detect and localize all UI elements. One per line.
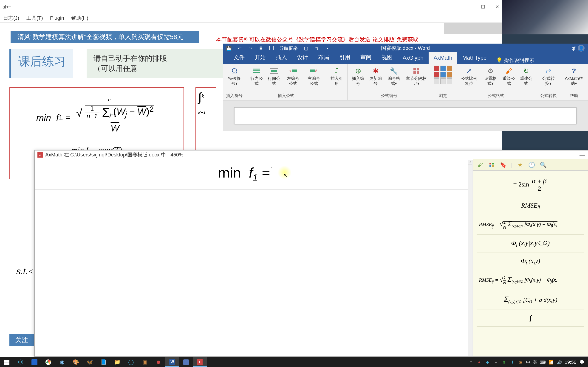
tag-tool-icon[interactable]: 🔖 xyxy=(500,161,507,169)
history-item[interactable]: RMSEij = √1N Σ(x,y)∈Ω [Φi(x,y) − Φj(x, xyxy=(477,271,584,290)
nav-btn-4[interactable] xyxy=(434,72,439,77)
pi-icon[interactable]: π xyxy=(314,46,319,51)
keyboard-icon[interactable]: ⌨ xyxy=(540,359,545,365)
section-break-button[interactable]: 章节分隔标记▾ xyxy=(404,66,428,87)
right-number-formula-button[interactable]: # 右编号公式 xyxy=(304,66,323,87)
tray-icon-5[interactable]: ⬇ xyxy=(510,359,515,365)
nav-btn-2[interactable] xyxy=(440,66,446,71)
tray-icon-3[interactable]: ▫ xyxy=(493,359,499,365)
word-taskbar-icon[interactable]: W xyxy=(165,357,179,367)
nav-btn-6[interactable] xyxy=(447,72,452,77)
tab-insert[interactable]: 插入 xyxy=(271,51,292,64)
app-blue-icon[interactable] xyxy=(27,357,41,367)
star-tool-icon[interactable]: ★ xyxy=(517,161,524,169)
history-item[interactable]: RMSEij xyxy=(477,197,584,215)
paint-icon[interactable]: 🎨 xyxy=(69,357,83,367)
nav-arrows-grid[interactable] xyxy=(434,66,452,84)
dropdown-icon[interactable]: ▾ xyxy=(325,46,330,51)
menu-tools[interactable]: 工具(T) xyxy=(25,14,45,22)
word-user-area[interactable]: qf 👤 xyxy=(571,45,585,52)
nav-checkbox[interactable] xyxy=(269,46,274,50)
maximize-icon[interactable]: ☐ xyxy=(481,4,485,10)
history-item[interactable]: ∫ xyxy=(477,309,584,327)
history-item[interactable]: Σ(x,y)∈Ω [C0 + a·d(x,y) xyxy=(477,290,584,309)
doc-icon[interactable]: 🗎 xyxy=(259,46,264,51)
menu-help[interactable]: 帮助(H) xyxy=(69,14,90,22)
record-icon[interactable]: ⏺ xyxy=(152,357,165,367)
inline-formula-button[interactable]: 行内公式 xyxy=(249,66,264,87)
minimize-icon[interactable]: — xyxy=(579,152,585,158)
wifi-icon[interactable]: 📶 xyxy=(548,359,554,365)
left-number-formula-button[interactable]: # 左编号公式 xyxy=(284,66,303,87)
tray-icon-1[interactable]: ● xyxy=(477,359,482,365)
nav-btn-5[interactable] xyxy=(440,72,446,77)
tray-icon-6[interactable]: ◉ xyxy=(518,359,523,365)
close-icon[interactable]: ✕ xyxy=(495,4,499,10)
undo-icon[interactable]: ↶ xyxy=(237,46,242,51)
brush-tool-icon[interactable]: 🖌 xyxy=(477,161,484,169)
set-format-button[interactable]: ⚙ 设置格式▾ xyxy=(482,66,499,87)
special-symbol-button[interactable]: Ω 特殊符号▾ xyxy=(225,66,243,87)
edge-icon[interactable]: ◯ xyxy=(124,357,138,367)
save-icon[interactable]: 💾 xyxy=(226,46,231,51)
update-number-button[interactable]: ✱ 更新编号 xyxy=(368,66,383,87)
history-item[interactable]: Φi (x,y|x,y∈Ω) xyxy=(477,235,584,253)
word-page[interactable] xyxy=(234,107,577,124)
insert-ref-button[interactable]: ⤴ 插入引用 xyxy=(329,66,345,87)
clock-tool-icon[interactable]: 🕐 xyxy=(528,161,536,169)
tab-mathtype[interactable]: MathType xyxy=(457,52,492,64)
presentation-titlebar[interactable]: al++ — ☐ ✕ xyxy=(0,0,502,14)
history-item[interactable]: RMSEij = √1N Σ(x,y)∈Ω [Φi(x,y) − Φj(x, xyxy=(477,215,584,235)
insert-number-button[interactable]: ⊕ 插入编号 xyxy=(350,66,366,87)
page-icon[interactable]: ▢ xyxy=(303,46,309,51)
tab-layout[interactable]: 布局 xyxy=(313,51,334,64)
reset-scale-button[interactable]: ⤢ 公式比例复位 xyxy=(458,66,480,87)
start-button[interactable] xyxy=(0,357,14,367)
app-icon-14[interactable] xyxy=(179,357,193,367)
grid-tool-icon[interactable] xyxy=(488,161,495,169)
convert-button[interactable]: ⇄ 公式转换▾ xyxy=(540,66,557,87)
notification-icon[interactable]: 💬 xyxy=(579,359,585,365)
nav-btn-7[interactable] xyxy=(434,78,439,84)
app-icon-7[interactable]: 🦋 xyxy=(83,357,96,367)
nav-btn-8[interactable] xyxy=(440,78,446,84)
tab-design[interactable]: 设计 xyxy=(292,51,313,64)
tab-file[interactable]: 文件 xyxy=(229,51,250,64)
tell-me-search[interactable]: 💡 操作说明搜索 xyxy=(496,57,535,64)
nav-btn-9[interactable] xyxy=(447,78,452,84)
tab-axglyph[interactable]: AxGlyph xyxy=(398,52,429,64)
tab-axmath[interactable]: AxMath xyxy=(429,52,457,64)
ime-lang-2[interactable]: 英 xyxy=(533,359,537,365)
word-document-area[interactable] xyxy=(223,100,588,131)
tab-references[interactable]: 引用 xyxy=(334,51,355,64)
editor-scrollbar[interactable]: ▴ xyxy=(468,160,472,356)
clock[interactable]: 19:56 xyxy=(565,360,576,365)
redraw-button[interactable]: 🖌 重绘公式 xyxy=(501,66,517,87)
app-icon-5[interactable]: ◉ xyxy=(55,357,69,367)
history-item[interactable]: Φi (x,y) xyxy=(477,253,584,271)
tab-view[interactable]: 视图 xyxy=(376,51,398,64)
minimize-icon[interactable]: — xyxy=(466,4,471,10)
axmath-editor-area[interactable]: ↖ min f1 = ▴ xyxy=(35,160,473,356)
ime-lang-1[interactable]: 中 xyxy=(526,359,530,365)
menu-log[interactable]: 日志(J) xyxy=(1,14,21,22)
app-icon-8[interactable]: 📘 xyxy=(96,357,110,367)
tab-review[interactable]: 审阅 xyxy=(355,51,376,64)
nav-btn-3[interactable] xyxy=(447,66,452,71)
explorer-icon[interactable]: 📁 xyxy=(110,357,124,367)
tray-up-icon[interactable]: ⌃ xyxy=(468,359,474,365)
app-icon-11[interactable]: ▣ xyxy=(138,357,152,367)
redo-icon[interactable]: ↷ xyxy=(248,46,253,51)
volume-icon[interactable]: 🔊 xyxy=(556,359,562,365)
ie-icon[interactable]: ⓔ xyxy=(14,357,27,367)
rebuild-button[interactable]: ↻ 重建公式 xyxy=(519,66,534,87)
user-avatar-icon[interactable]: 👤 xyxy=(578,45,585,52)
display-formula-button[interactable]: 行间公式 xyxy=(266,66,282,87)
axmath-equation-input[interactable]: ↖ min f1 = xyxy=(35,160,472,190)
axmath-titlebar[interactable]: Σ AxMath 在 C:\Users\sxjmqf\Desktop\国赛模版.… xyxy=(35,150,588,159)
tray-icon-2[interactable]: ◆ xyxy=(485,359,490,365)
nav-btn-1[interactable] xyxy=(434,66,439,71)
history-item[interactable]: = 2sin α + β2 xyxy=(477,173,584,197)
number-format-button[interactable]: 🔧 编号格式▾ xyxy=(385,66,402,87)
follow-tag[interactable]: 关注 xyxy=(9,334,34,346)
